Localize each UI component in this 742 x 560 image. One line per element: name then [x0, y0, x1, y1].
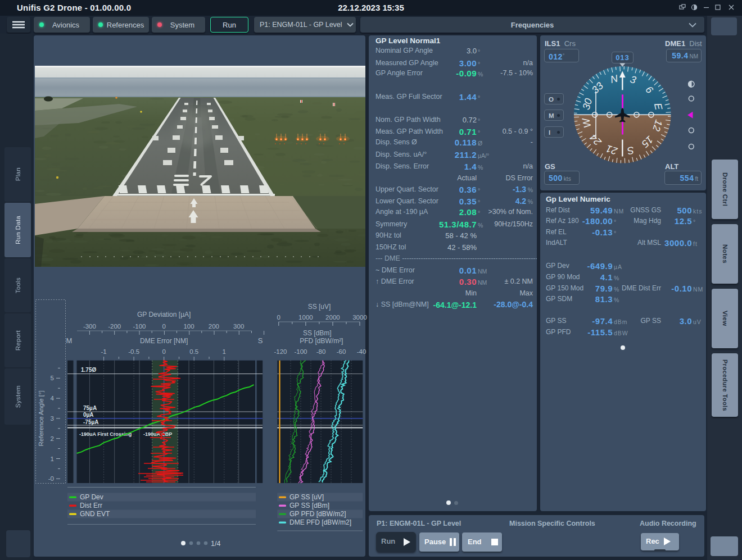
svg-text:2000: 2000: [325, 314, 340, 321]
svg-text:GP SS [uV]: GP SS [uV]: [289, 493, 324, 501]
svg-text:-80: -80: [316, 348, 326, 355]
svg-text:-0.5: -0.5: [128, 348, 139, 355]
svg-text:-40: -40: [357, 348, 367, 355]
svg-text:3000: 3000: [352, 314, 367, 321]
svg-text:1000: 1000: [298, 314, 313, 321]
svg-text:1: 1: [51, 456, 54, 462]
svg-text:M: M: [66, 336, 73, 345]
svg-text:DME Error [NM]: DME Error [NM]: [140, 337, 188, 345]
svg-text:-60: -60: [337, 348, 346, 355]
svg-text:-75µA: -75µA: [83, 419, 98, 425]
svg-text:4: 4: [51, 395, 55, 402]
svg-text:PFD [dBW/m²]: PFD [dBW/m²]: [300, 337, 343, 345]
svg-text:1/4: 1/4: [211, 540, 220, 548]
svg-text:-300: -300: [83, 323, 96, 330]
svg-text:GP PFD [dBW/m2]: GP PFD [dBW/m2]: [289, 510, 346, 518]
svg-text:GP Dev: GP Dev: [80, 493, 103, 501]
svg-text:75µA: 75µA: [83, 405, 97, 411]
svg-text:Reference Angle [°]: Reference Angle [°]: [38, 390, 44, 446]
svg-text:3: 3: [51, 415, 54, 422]
svg-text:-100: -100: [133, 323, 146, 330]
svg-text:-1: -1: [101, 348, 106, 355]
svg-text:-200: -200: [108, 323, 121, 330]
svg-text:300: 300: [233, 323, 244, 330]
svg-text:-190uA First Crossing: -190uA First Crossing: [79, 431, 132, 437]
svg-text:1.75Ø: 1.75Ø: [81, 367, 96, 373]
svg-text:0: 0: [162, 323, 165, 330]
svg-text:0: 0: [277, 314, 280, 321]
svg-text:-100: -100: [294, 348, 307, 355]
svg-text:-120: -120: [274, 348, 287, 355]
svg-text:0: 0: [162, 348, 165, 355]
svg-text:DME PFD [dBW/m2]: DME PFD [dBW/m2]: [289, 518, 351, 526]
svg-text:Dist Err: Dist Err: [80, 502, 102, 509]
svg-text:GP SS [dBm]: GP SS [dBm]: [289, 502, 329, 509]
svg-text:GND EVT: GND EVT: [80, 510, 110, 518]
svg-text:-0: -0: [48, 475, 54, 482]
svg-text:S: S: [258, 336, 263, 345]
svg-text:200: 200: [209, 323, 219, 330]
svg-text:1: 1: [223, 348, 226, 355]
svg-text:GP Deviation [µA]: GP Deviation [µA]: [137, 311, 191, 318]
svg-text:5: 5: [51, 375, 54, 381]
svg-text:100: 100: [183, 323, 194, 330]
svg-text:SS [dBm]: SS [dBm]: [303, 329, 332, 337]
svg-text:0.5: 0.5: [189, 348, 198, 355]
svg-text:2: 2: [51, 435, 54, 442]
svg-text:0µA: 0µA: [83, 412, 94, 418]
svg-text:SS [uV]: SS [uV]: [308, 303, 331, 311]
